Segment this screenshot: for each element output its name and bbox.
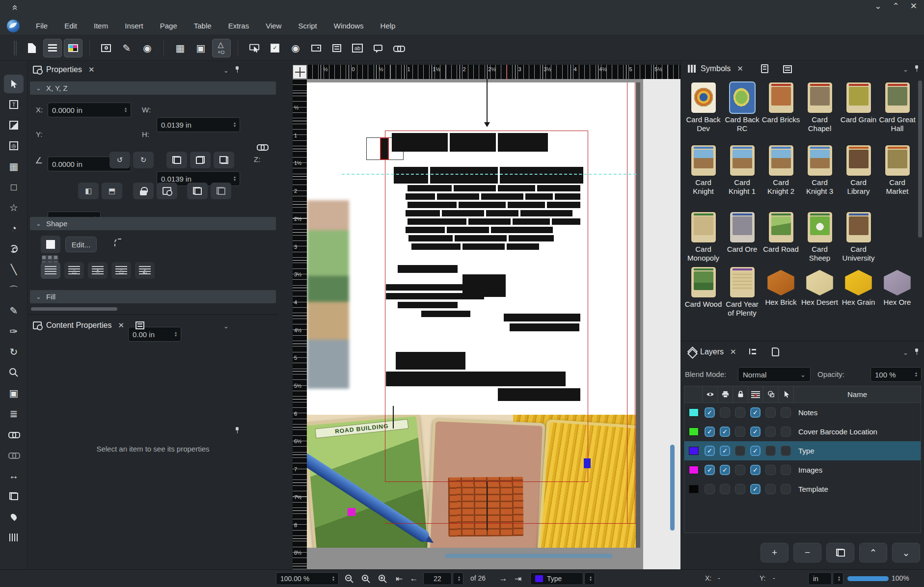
select-item-tool[interactable] [4, 75, 24, 93]
symbol-card-knight-1[interactable]: Card Knight 1 [723, 145, 761, 196]
current-layer-dropdown[interactable]: Type [530, 572, 583, 585]
layer-outline-mode-checkbox[interactable]: ✓ [750, 407, 761, 418]
insert-shapes-lock-icon[interactable]: △▫○ [212, 39, 231, 57]
text-flow-image-button[interactable]: ◭ [135, 262, 155, 279]
symbols-close-icon[interactable]: ✕ [737, 64, 743, 73]
eye-dropper-tool[interactable] [4, 507, 24, 526]
layers-collapse-icon[interactable]: ⌄ [903, 349, 908, 356]
symbol-card-monopoly[interactable]: Card Monopoly [684, 212, 723, 263]
layer-select-arrow-checkbox[interactable]: ✓ [781, 465, 791, 475]
raise-to-top-button[interactable] [166, 152, 187, 168]
layer-lock-checkbox[interactable]: ✓ [735, 446, 745, 456]
layer-eye-checkbox[interactable]: ✓ [705, 407, 715, 418]
layer-lock-checkbox[interactable]: ✓ [735, 407, 745, 418]
insert-text-frame-tool[interactable]: T [4, 95, 24, 114]
printer-icon[interactable] [717, 386, 733, 402]
menu-view[interactable]: View [257, 18, 290, 33]
section-shape[interactable]: ⌄ Shape [30, 217, 276, 230]
content-properties-options-icon[interactable] [136, 321, 144, 329]
layer-printer-checkbox[interactable]: ✓ [720, 484, 730, 494]
rotate-ccw-button[interactable]: ↺ [109, 152, 130, 168]
outline-mode-icon[interactable]: ▲ [748, 386, 763, 402]
lock-item-button[interactable] [133, 183, 154, 199]
vertical-scrollbar[interactable] [670, 445, 675, 531]
text-flow-disabled-button[interactable] [41, 262, 60, 279]
eye-icon[interactable] [702, 386, 717, 402]
menu-page[interactable]: Page [152, 18, 186, 33]
insert-bezier-curve-tool[interactable]: ⌒ [4, 281, 24, 299]
ruler-origin-widget[interactable] [293, 65, 307, 79]
menu-help[interactable]: Help [372, 18, 404, 33]
x-field[interactable]: 0.0000 in▴▾ [48, 103, 131, 117]
symbols-options-icon[interactable] [783, 65, 792, 73]
section-fill[interactable]: ⌄ Fill [30, 290, 276, 303]
select-arrow-icon[interactable] [778, 386, 793, 402]
layer-objects-editable-checkbox[interactable]: ✓ [765, 465, 776, 475]
insert-render-frame-tool[interactable]: ◎ [4, 136, 24, 155]
symbol-hex-desert[interactable]: Hex Desert [800, 267, 839, 318]
symbol-card-chapel[interactable]: Card Chapel [800, 82, 839, 133]
content-properties-collapse-icon[interactable]: ⌄ [223, 322, 229, 330]
barcode-tool[interactable] [4, 528, 24, 547]
previous-page-icon[interactable]: ← [408, 572, 420, 585]
layer-color-swatch[interactable] [689, 466, 699, 474]
zoom-in-icon[interactable] [376, 572, 389, 585]
pdf-check-box-icon[interactable]: ✓ [266, 39, 284, 57]
menu-edit[interactable]: Edit [56, 18, 85, 33]
symbols-collapse-icon[interactable]: ⌄ [903, 66, 908, 73]
layer-printer-checkbox[interactable]: ✓ [720, 446, 730, 456]
layer-dropdown-spinner[interactable]: ▴▾ [584, 572, 595, 585]
blend-mode-dropdown[interactable]: Normal⌄ [738, 367, 811, 382]
layer-row-cover-barcode-location[interactable]: ✓✓✓✓✓✓Cover Barcode Location [684, 422, 921, 441]
layer-objects-editable-checkbox[interactable]: ✓ [765, 484, 776, 494]
rotate-item-tool[interactable]: ↻ [4, 343, 24, 361]
shape-swatch-button[interactable] [41, 236, 60, 253]
first-page-icon[interactable]: ⇤ [393, 572, 406, 585]
menu-table[interactable]: Table [186, 18, 220, 33]
unit-dropdown-spinner[interactable]: ▴▾ [833, 572, 843, 585]
link-text-frames-tool[interactable] [4, 425, 24, 444]
layers-close-icon[interactable]: ✕ [730, 347, 736, 356]
page-number-spinner[interactable]: ▴▾ [453, 572, 463, 585]
layer-select-arrow-checkbox[interactable]: ✓ [781, 427, 791, 437]
pdf-text-field-icon[interactable]: ab [348, 39, 367, 57]
symbol-card-knight-3[interactable]: Card Knight 3 [800, 145, 839, 196]
insert-polygon-tool[interactable]: ☆ [4, 198, 24, 217]
layer-objects-editable-checkbox[interactable]: ✓ [765, 427, 776, 437]
layer-row-template[interactable]: ✓✓✓✓✓✓Template [684, 480, 921, 499]
layer-lock-checkbox[interactable]: ✓ [735, 427, 745, 437]
measurements-tool[interactable]: ↔ [4, 466, 24, 485]
insert-calligraphic-line-tool[interactable]: ✑ [4, 322, 24, 341]
add-layer-button[interactable]: + [761, 543, 788, 562]
layer-eye-checkbox[interactable]: ✓ [705, 484, 715, 494]
symbol-card-knight-2[interactable]: Card Knight 2 [761, 145, 800, 196]
properties-close-icon[interactable]: ✕ [88, 65, 95, 74]
layer-printer-checkbox[interactable]: ✓ [720, 427, 730, 437]
text-frame-properties-icon[interactable] [43, 39, 62, 57]
next-page-icon[interactable]: → [497, 572, 510, 585]
copy-item-properties-tool[interactable] [4, 487, 24, 506]
menu-script[interactable]: Script [290, 18, 325, 33]
symbol-card-great-hall[interactable]: Card Great Hall [878, 82, 917, 133]
properties-collapse-icon[interactable]: ⌄ [223, 67, 229, 74]
close-icon[interactable]: ✕ [910, 1, 917, 11]
section-xyz[interactable]: ⌄ X, Y, Z [30, 81, 276, 95]
layer-row-images[interactable]: ✓✓✓✓✓✓Images [684, 460, 921, 480]
vertical-ruler[interactable]: ½11½22½33½44½55½66½77½88½ [293, 79, 307, 569]
text-flow-bounding-button[interactable]: ▲ [88, 262, 108, 279]
symbol-card-ore[interactable]: Card Ore [723, 212, 761, 263]
document-viewport[interactable]: ROAD BUILDING [307, 79, 680, 569]
page-number-field[interactable]: 22 [423, 572, 452, 585]
insert-table-lock-icon[interactable]: ▦ [171, 39, 190, 57]
layer-color-swatch[interactable] [689, 447, 699, 455]
objects-editable-icon[interactable] [763, 386, 778, 402]
layer-objects-editable-checkbox[interactable]: ✓ [765, 407, 776, 418]
lock-size-button[interactable] [157, 183, 177, 199]
group-items-button[interactable] [187, 183, 208, 199]
symbol-hex-ore[interactable]: Hex Ore [878, 267, 917, 318]
symbol-card-sheep[interactable]: Card Sheep [800, 212, 839, 263]
minimize-icon[interactable]: ⌄ [874, 1, 881, 11]
lock-icon[interactable] [733, 386, 748, 402]
remove-layer-button[interactable]: − [793, 543, 821, 562]
layer-printer-checkbox[interactable]: ✓ [720, 465, 730, 475]
